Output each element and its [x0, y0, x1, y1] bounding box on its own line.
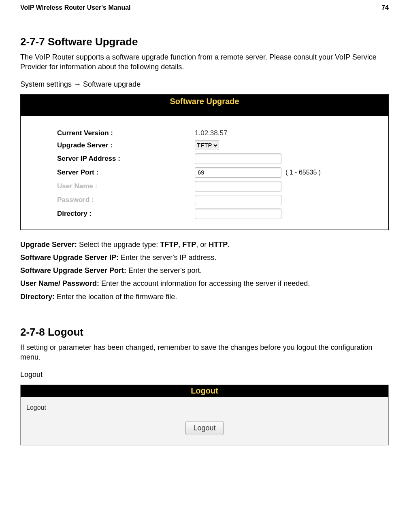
- value-current-version: 1.02.38.57: [195, 129, 227, 137]
- def-server-ip: Enter the server's IP address.: [121, 253, 216, 262]
- input-directory[interactable]: [195, 209, 281, 219]
- panel-title-software-upgrade: Software Upgrade: [21, 95, 388, 108]
- intro-software-upgrade: The VoIP Router supports a software upgr…: [20, 52, 389, 72]
- label-user-name: User Name :: [21, 182, 195, 190]
- heading-logout: 2-7-8 Logout: [20, 326, 389, 338]
- label-current-version: Current Version :: [21, 129, 195, 137]
- select-upgrade-server[interactable]: TFTP: [195, 140, 219, 150]
- logout-panel: Logout Logout Logout: [20, 385, 389, 445]
- def-upgrade-server-tftp: TFTP: [160, 240, 178, 249]
- heading-software-upgrade: 2-7-7 Software Upgrade: [20, 36, 389, 48]
- logout-label: Logout: [26, 404, 383, 411]
- page-number: 74: [381, 4, 389, 11]
- label-directory: Directory :: [21, 210, 195, 218]
- input-user-name[interactable]: [195, 181, 281, 192]
- software-upgrade-panel: Software Upgrade Current Version : 1.02.…: [20, 94, 389, 230]
- intro-logout: If setting or parameter has been changed…: [20, 343, 389, 362]
- nav-path-software-upgrade: System settings → Software upgrade: [20, 80, 389, 89]
- nav-path-logout: Logout: [20, 370, 389, 379]
- input-server-ip[interactable]: [195, 153, 281, 164]
- term-upgrade-server: Upgrade Server:: [20, 240, 79, 249]
- logout-button[interactable]: Logout: [185, 421, 223, 435]
- input-server-port[interactable]: [195, 167, 281, 178]
- hint-server-port-range: ( 1 - 65535 ): [285, 169, 321, 176]
- def-upgrade-server-http: HTTP: [209, 240, 228, 249]
- label-password: Password :: [21, 196, 195, 204]
- label-server-port: Server Port :: [21, 168, 195, 177]
- panel-title-logout: Logout: [21, 385, 388, 397]
- term-server-ip: Software Upgrade Server IP:: [20, 253, 121, 262]
- def-directory: Enter the location of the firmware file.: [57, 293, 177, 301]
- term-directory: Directory:: [20, 293, 57, 301]
- input-password[interactable]: [195, 195, 281, 205]
- panel-dark-strip: [21, 108, 388, 116]
- label-server-ip: Server IP Address :: [21, 155, 195, 163]
- def-upgrade-server-text: Select the upgrade type:: [79, 240, 160, 249]
- def-user-password: Enter the account information for access…: [101, 279, 310, 287]
- term-user-password: User Name/ Password:: [20, 279, 101, 287]
- def-upgrade-server-ftp: FTP: [182, 240, 196, 249]
- doc-title: VoIP Wireless Router User's Manual: [20, 4, 131, 11]
- label-upgrade-server: Upgrade Server :: [21, 141, 195, 149]
- def-server-port: Enter the server's port.: [128, 266, 202, 275]
- term-server-port: Software Upgrade Server Port:: [20, 266, 128, 275]
